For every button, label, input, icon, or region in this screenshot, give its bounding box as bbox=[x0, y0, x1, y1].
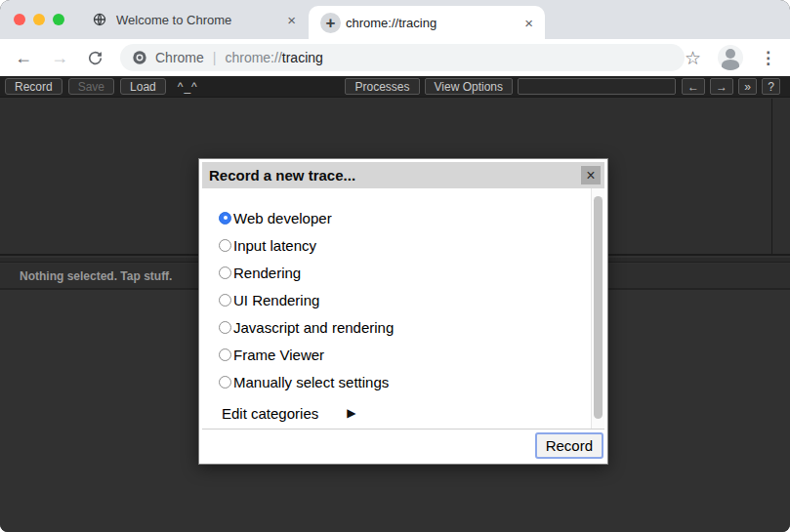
view-options-button[interactable]: View Options bbox=[425, 78, 513, 95]
close-window-button[interactable] bbox=[14, 14, 25, 25]
close-tab-icon[interactable]: × bbox=[524, 16, 533, 30]
tab-strip: Welcome to Chrome × + chrome://tracing × bbox=[0, 0, 790, 39]
radio-button[interactable] bbox=[219, 212, 231, 225]
chrome-logo-icon bbox=[132, 50, 147, 65]
option-frame-viewer[interactable]: Frame Viewer bbox=[202, 341, 604, 368]
url-scheme: chrome:// bbox=[225, 50, 281, 65]
tab-title: Welcome to Chrome bbox=[116, 13, 231, 27]
option-manually-select-settings[interactable]: Manually select settings bbox=[202, 368, 604, 395]
close-tab-icon[interactable]: × bbox=[287, 13, 296, 27]
reload-icon[interactable] bbox=[87, 50, 104, 66]
menu-dots-icon[interactable]: ⋮ bbox=[760, 50, 776, 66]
find-next-button[interactable]: → bbox=[710, 78, 733, 95]
browser-window: Welcome to Chrome × + chrome://tracing ×… bbox=[0, 0, 790, 532]
plus-icon: + bbox=[320, 13, 341, 33]
dialog-record-button[interactable]: Record bbox=[535, 432, 603, 459]
option-javascript-and-rendering[interactable]: Javascript and rendering bbox=[202, 313, 604, 341]
address-bar-actions: ☆ ⋮ bbox=[685, 45, 776, 70]
url-host: tracing bbox=[282, 50, 323, 65]
tab-chrome-tracing[interactable]: + chrome://tracing × bbox=[309, 6, 545, 39]
tab-welcome-to-chrome[interactable]: Welcome to Chrome × bbox=[83, 0, 306, 39]
profile-avatar-icon[interactable] bbox=[718, 45, 743, 70]
address-bar: ← → Chrome | chrome:// tracing ☆ bbox=[0, 39, 790, 76]
site-name: Chrome bbox=[155, 50, 204, 65]
omnibox[interactable]: Chrome | chrome:// tracing bbox=[120, 44, 685, 71]
avatar-body bbox=[722, 60, 739, 70]
option-web-developer[interactable]: Web developer bbox=[202, 204, 604, 231]
radio-button[interactable] bbox=[219, 321, 231, 334]
option-label: Web developer bbox=[233, 210, 332, 226]
dialog-title: Record a new trace... bbox=[202, 167, 355, 184]
track-right-divider bbox=[771, 99, 772, 254]
tab-title: chrome://tracing bbox=[346, 16, 437, 30]
edit-categories-row[interactable]: Edit categories ▶ bbox=[202, 399, 604, 427]
help-button[interactable]: ? bbox=[762, 78, 780, 95]
status-message: Nothing selected. Tap stuff. bbox=[0, 269, 172, 283]
option-rendering[interactable]: Rendering bbox=[202, 259, 604, 286]
processes-button[interactable]: Processes bbox=[345, 78, 419, 95]
radio-button[interactable] bbox=[219, 348, 231, 361]
save-button: Save bbox=[68, 78, 114, 95]
globe-icon bbox=[93, 13, 106, 26]
dialog-scrollbar[interactable] bbox=[591, 188, 604, 429]
radio-button[interactable] bbox=[219, 239, 231, 252]
bookmark-star-icon[interactable]: ☆ bbox=[685, 49, 701, 67]
forward-icon: → bbox=[51, 49, 68, 66]
window-controls bbox=[14, 14, 64, 25]
radio-button[interactable] bbox=[219, 376, 231, 389]
minimize-window-button[interactable] bbox=[33, 14, 45, 25]
omnibox-divider: | bbox=[213, 50, 217, 65]
tracing-toolbar: Record Save Load ^_^ Processes View Opti… bbox=[0, 76, 790, 98]
dialog-close-icon[interactable]: × bbox=[581, 166, 601, 184]
radio-button[interactable] bbox=[219, 266, 231, 279]
dialog-footer: Record bbox=[202, 429, 604, 461]
load-button[interactable]: Load bbox=[120, 78, 166, 95]
radio-button[interactable] bbox=[219, 294, 231, 307]
option-label: UI Rendering bbox=[233, 292, 319, 308]
scrollbar-thumb[interactable] bbox=[594, 196, 603, 419]
option-input-latency[interactable]: Input latency bbox=[202, 231, 604, 259]
option-label: Input latency bbox=[233, 237, 316, 254]
find-previous-button[interactable]: ← bbox=[682, 78, 705, 95]
record-button[interactable]: Record bbox=[5, 78, 62, 95]
back-icon[interactable]: ← bbox=[15, 49, 32, 66]
edit-categories-label: Edit categories bbox=[222, 405, 318, 422]
option-label: Manually select settings bbox=[233, 374, 389, 390]
option-label: Rendering bbox=[233, 265, 301, 281]
dialog-content: Web developer Input latency Rendering UI… bbox=[202, 188, 604, 429]
avatar-head bbox=[726, 49, 735, 59]
expand-arrow-icon[interactable]: ▶ bbox=[347, 406, 355, 420]
option-label: Javascript and rendering bbox=[233, 319, 394, 336]
option-ui-rendering[interactable]: UI Rendering bbox=[202, 286, 604, 313]
emoticon-label: ^_^ bbox=[178, 80, 198, 94]
find-input[interactable] bbox=[518, 78, 676, 95]
option-label: Frame Viewer bbox=[233, 347, 324, 363]
zoom-window-button[interactable] bbox=[53, 14, 64, 25]
dialog-titlebar: Record a new trace... × bbox=[202, 162, 604, 188]
skip-button[interactable]: » bbox=[738, 78, 757, 95]
record-trace-dialog: Record a new trace... × Web developer In… bbox=[198, 158, 608, 465]
